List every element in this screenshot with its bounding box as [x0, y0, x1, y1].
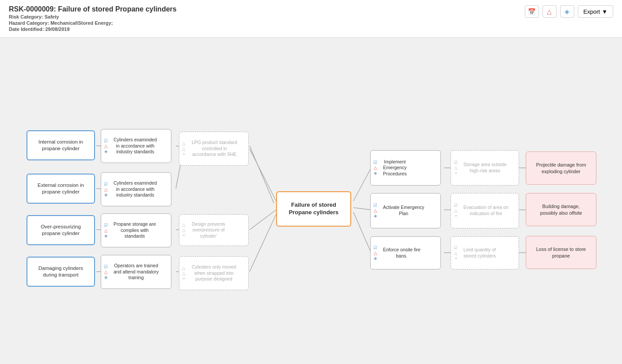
shield-icon: ◈: [373, 256, 377, 261]
right-control-4[interactable]: ☑ △ ⚬ Storage area outsidehigh-risk area…: [451, 150, 519, 186]
left-control-3[interactable]: ☑ △ ◈ Propane storage arecomplies withst…: [101, 213, 171, 247]
shield-icon: ◈: [104, 275, 108, 280]
warn-icon: △: [104, 270, 108, 274]
calendar-icon-btn[interactable]: 📅: [525, 5, 539, 18]
calendar-icon: 📅: [528, 8, 535, 15]
outcome-node-3[interactable]: Loss of license to storepropane: [526, 236, 596, 269]
cause-node-3[interactable]: Over-pressurizingpropane cylinder: [27, 215, 95, 245]
check-icon: ☑: [373, 160, 377, 165]
check-icon: ☑: [373, 246, 377, 250]
svg-line-10: [250, 214, 276, 272]
check-icon: ☑: [104, 265, 108, 269]
warn-icon: △: [182, 147, 186, 151]
svg-line-13: [353, 208, 371, 210]
shield-icon: ◈: [373, 171, 377, 175]
shield-icon: ◈: [565, 8, 569, 15]
check-icon-gray: ☑: [454, 160, 458, 165]
check-icon-gray: ☑: [454, 246, 458, 250]
mid-control-1[interactable]: △ △ ⚬ LPG product standardcontrolled ina…: [179, 132, 249, 166]
shield-icon-btn[interactable]: ◈: [560, 5, 574, 18]
check-icon: ☑: [104, 223, 108, 228]
warning-icon: △: [547, 8, 552, 15]
cause-node-1[interactable]: Internal corrosion inpropane cylinder: [27, 130, 95, 160]
svg-line-14: [353, 212, 371, 253]
header-info: RSK-0000009: Failure of stored Propane c…: [9, 5, 177, 32]
page-header: RSK-0000009: Failure of stored Propane c…: [0, 0, 622, 38]
diagram-area: Internal corrosion inpropane cylinder Ex…: [0, 38, 622, 356]
date-identified: Date Identified: 29/08/2019: [9, 27, 177, 32]
warn-icon-gray: △: [454, 251, 458, 255]
warn-icon: △: [182, 228, 186, 232]
triangle-icon: △: [182, 223, 186, 227]
shield-icon-gray: ⚬: [454, 214, 458, 218]
svg-line-8: [250, 149, 276, 201]
shield-icon: ◈: [104, 149, 108, 154]
shield-icon-gray: ⚬: [454, 171, 458, 175]
check-icon: ☑: [104, 182, 108, 186]
shield-icon: ◈: [373, 214, 377, 218]
header-actions: 📅 △ ◈ Export ▼: [525, 5, 613, 18]
chevron-down-icon: ▼: [602, 8, 607, 15]
warning-icon-btn[interactable]: △: [542, 5, 557, 18]
svg-line-11: [250, 146, 274, 203]
svg-line-9: [250, 210, 276, 230]
warn-icon: △: [373, 209, 377, 213]
central-node[interactable]: Failure of storedPropane cylinders: [276, 191, 351, 227]
shield-icon-gray: ⚬: [454, 256, 458, 261]
right-control-6[interactable]: ☑ △ ⚬ Limit quantity ofstored cylinders: [451, 236, 519, 269]
dot-icon: ⚬: [182, 152, 186, 156]
warn-icon: △: [182, 271, 186, 276]
check-icon-gray: ☑: [454, 203, 458, 208]
risk-category: Risk Category: Safety: [9, 14, 177, 19]
cause-node-4[interactable]: Damaging cylindersduring transport: [27, 257, 95, 287]
triangle-icon: △: [182, 141, 186, 146]
warn-icon: △: [104, 144, 108, 148]
export-button[interactable]: Export ▼: [578, 5, 613, 18]
dot-icon: ⚬: [182, 233, 186, 238]
left-control-1[interactable]: ☑ △ ◈ Cylinders examindedin accordance w…: [101, 129, 171, 163]
warn-icon: △: [373, 166, 377, 170]
outcome-node-2[interactable]: Building damage,possibly also offsite: [526, 193, 596, 226]
svg-line-12: [353, 168, 371, 201]
shield-icon: ◈: [104, 234, 108, 238]
outcome-node-1[interactable]: Projectile damage fromexploding cylinder: [526, 152, 596, 185]
check-icon: ☑: [373, 203, 377, 208]
left-control-4[interactable]: ☑ △ ◈ Operators are trainedand attend ma…: [101, 255, 171, 289]
warn-icon-gray: △: [454, 166, 458, 170]
check-icon: ☑: [104, 139, 108, 143]
cause-node-2[interactable]: External corrosion inpropane cylinder: [27, 174, 95, 204]
warn-icon: △: [104, 187, 108, 192]
page-title: RSK-0000009: Failure of stored Propane c…: [9, 5, 177, 13]
warn-icon-gray: △: [454, 209, 458, 213]
triangle-icon: △: [182, 266, 186, 270]
right-control-5[interactable]: ☑ △ ⚬ Evacuation of area onindication of…: [451, 193, 519, 228]
mid-control-3[interactable]: △ △ ⚬ Cylinders only movedwhen strapped …: [179, 256, 249, 290]
mid-control-2[interactable]: △ △ ⚬ Design preventsoverpressure ofcyli…: [179, 214, 249, 246]
right-control-3[interactable]: ☑ △ ◈ Enforce onsite firebans.: [370, 236, 441, 269]
hazard-category: Hazard Category: Mechanical\Stored Energ…: [9, 20, 177, 26]
left-control-2[interactable]: ☑ △ ◈ Cylinders examindedin accordance w…: [101, 172, 171, 206]
warn-icon: △: [104, 228, 108, 233]
right-control-1[interactable]: ☑ △ ◈ ImplementEmergencyProcedures: [370, 150, 441, 186]
shield-icon: ◈: [104, 193, 108, 197]
warn-icon: △: [373, 251, 377, 255]
dot-icon: ⚬: [182, 277, 186, 281]
right-control-2[interactable]: ☑ △ ◈ Activate EmergencyPlan: [370, 193, 441, 228]
